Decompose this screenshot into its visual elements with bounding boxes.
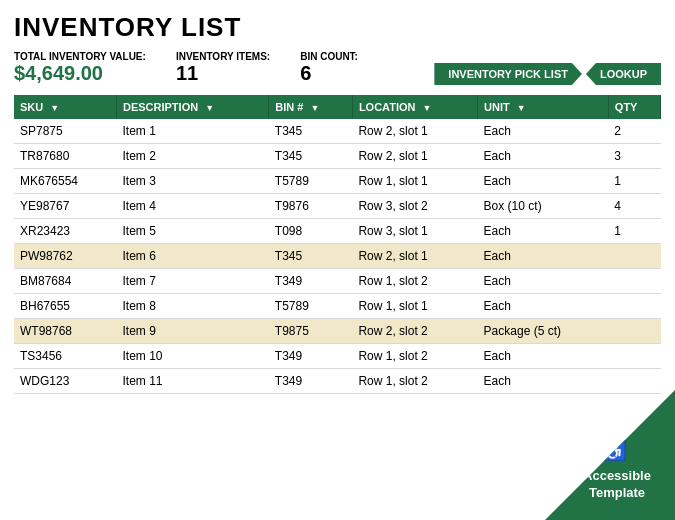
table-row: SP7875Item 1T345Row 2, slot 1Each2 [14,119,661,144]
table-row: BM87684Item 7T349Row 1, slot 2Each [14,269,661,294]
table-row: BH67655Item 8T5789Row 1, slot 1Each [14,294,661,319]
location-cell: Row 1, slot 2 [352,344,477,369]
desc-cell: Item 11 [116,369,268,394]
total-value-block: TOTAL INVENTORY VALUE: $4,649.00 [14,51,146,85]
location-cell: Row 2, slot 2 [352,319,477,344]
qty-cell [608,269,660,294]
bin-cell: T098 [269,219,353,244]
col-sku[interactable]: SKU ▼ [14,95,116,119]
bin-cell: T345 [269,119,353,144]
table-body: SP7875Item 1T345Row 2, slot 1Each2TR8768… [14,119,661,394]
page-container: INVENTORY LIST TOTAL INVENTORY VALUE: $4… [0,0,675,404]
sort-icon-desc: ▼ [205,103,214,113]
unit-cell: Each [478,269,609,294]
page-title: INVENTORY LIST [14,12,661,43]
bin-cell: T349 [269,369,353,394]
sku-cell: BH67655 [14,294,116,319]
sku-cell: PW98762 [14,244,116,269]
col-unit[interactable]: UNIT ▼ [478,95,609,119]
bin-cell: T349 [269,269,353,294]
bin-block: BIN COUNT: 6 [300,51,358,85]
table-row: TR87680Item 2T345Row 2, slot 1Each3 [14,144,661,169]
accessible-icon: ♿ [602,438,627,462]
location-cell: Row 2, slot 1 [352,144,477,169]
sku-cell: WDG123 [14,369,116,394]
qty-cell: 3 [608,144,660,169]
unit-cell: Each [478,169,609,194]
unit-cell: Each [478,244,609,269]
total-label: TOTAL INVENTORY VALUE: [14,51,146,62]
table-row: TS3456Item 10T349Row 1, slot 2Each [14,344,661,369]
desc-cell: Item 4 [116,194,268,219]
desc-cell: Item 1 [116,119,268,144]
location-cell: Row 1, slot 1 [352,294,477,319]
unit-cell: Package (5 ct) [478,319,609,344]
bin-label: BIN COUNT: [300,51,358,62]
sku-cell: YE98767 [14,194,116,219]
table-row: YE98767Item 4T9876Row 3, slot 2Box (10 c… [14,194,661,219]
total-value: $4,649.00 [14,62,146,85]
location-cell: Row 2, slot 1 [352,244,477,269]
unit-cell: Each [478,369,609,394]
desc-cell: Item 5 [116,219,268,244]
bin-value: 6 [300,62,358,85]
col-description[interactable]: DESCRIPTION ▼ [116,95,268,119]
unit-cell: Each [478,294,609,319]
bin-cell: T5789 [269,294,353,319]
unit-cell: Box (10 ct) [478,194,609,219]
bin-cell: T9876 [269,194,353,219]
table-row: XR23423Item 5T098Row 3, slot 1Each1 [14,219,661,244]
qty-cell: 1 [608,169,660,194]
unit-cell: Each [478,144,609,169]
bin-cell: T345 [269,244,353,269]
desc-cell: Item 10 [116,344,268,369]
bin-cell: T349 [269,344,353,369]
sku-cell: XR23423 [14,219,116,244]
table-row: PW98762Item 6T345Row 2, slot 1Each [14,244,661,269]
location-cell: Row 2, slot 1 [352,119,477,144]
sku-cell: TR87680 [14,144,116,169]
qty-cell: 1 [608,219,660,244]
items-label: INVENTORY ITEMS: [176,51,270,62]
sku-cell: MK676554 [14,169,116,194]
desc-cell: Item 3 [116,169,268,194]
unit-cell: Each [478,119,609,144]
sort-icon-unit: ▼ [517,103,526,113]
bin-cell: T5789 [269,169,353,194]
table-header: SKU ▼ DESCRIPTION ▼ BIN # ▼ LOCATION ▼ U… [14,95,661,119]
col-location[interactable]: LOCATION ▼ [352,95,477,119]
bin-cell: T345 [269,144,353,169]
location-cell: Row 3, slot 1 [352,219,477,244]
accessible-badge: ♿ AccessibleTemplate [545,390,675,520]
table-row: MK676554Item 3T5789Row 1, slot 1Each1 [14,169,661,194]
desc-cell: Item 2 [116,144,268,169]
desc-cell: Item 8 [116,294,268,319]
stats-row: TOTAL INVENTORY VALUE: $4,649.00 INVENTO… [14,51,661,85]
pick-list-button[interactable]: INVENTORY PICK LIST [434,63,582,85]
desc-cell: Item 9 [116,319,268,344]
sort-icon-bin: ▼ [311,103,320,113]
location-cell: Row 1, slot 1 [352,169,477,194]
unit-cell: Each [478,344,609,369]
sku-cell: SP7875 [14,119,116,144]
table-row: WT98768Item 9T9875Row 2, slot 2Package (… [14,319,661,344]
unit-cell: Each [478,219,609,244]
qty-cell [608,344,660,369]
bin-cell: T9875 [269,319,353,344]
qty-cell: 4 [608,194,660,219]
qty-cell [608,244,660,269]
location-cell: Row 1, slot 2 [352,269,477,294]
desc-cell: Item 6 [116,244,268,269]
col-bin[interactable]: BIN # ▼ [269,95,353,119]
location-cell: Row 3, slot 2 [352,194,477,219]
sort-icon-loc: ▼ [423,103,432,113]
sku-cell: TS3456 [14,344,116,369]
qty-cell [608,319,660,344]
lookup-button[interactable]: LOOKUP [586,63,661,85]
table-row: WDG123Item 11T349Row 1, slot 2Each [14,369,661,394]
items-value: 11 [176,62,270,85]
sku-cell: WT98768 [14,319,116,344]
col-qty[interactable]: QTY [608,95,660,119]
nav-buttons: INVENTORY PICK LIST LOOKUP [434,63,661,85]
location-cell: Row 1, slot 2 [352,369,477,394]
